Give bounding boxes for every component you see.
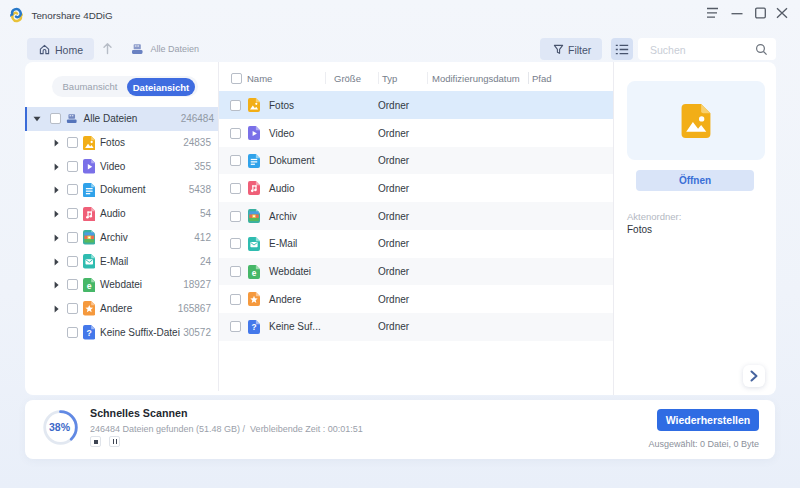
svg-text:?: ? xyxy=(86,328,91,338)
svg-text:e: e xyxy=(252,267,257,277)
svg-text:e: e xyxy=(86,281,91,291)
svg-text:?: ? xyxy=(251,322,256,332)
